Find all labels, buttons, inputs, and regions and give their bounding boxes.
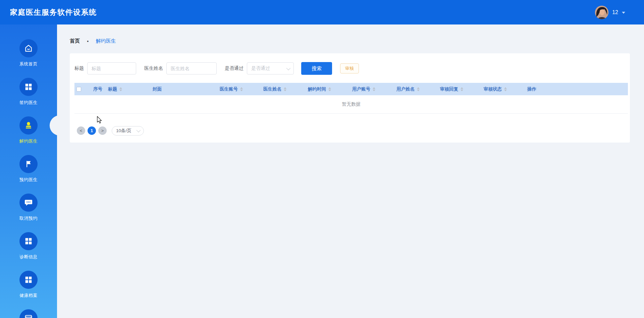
sidebar-item-terminated-doctors[interactable]: 解约医生 [0,115,57,154]
grid-icon [19,78,38,96]
column-header-actions: 操作 [524,83,628,95]
breadcrumb-home[interactable]: 首页 [70,38,80,44]
column-label: 标题 [108,87,117,92]
sort-icon[interactable] [373,87,375,91]
home-icon [19,39,38,57]
active-item-notch [50,115,57,136]
doctor-name-filter-input[interactable] [166,62,217,74]
chevron-down-icon [136,128,141,132]
sort-icon[interactable] [119,87,122,91]
breadcrumb: 首页 ● 解约医生 [70,38,630,44]
sidebar-item-label: 取消预约 [19,215,38,221]
breadcrumb-separator-icon: ● [87,40,89,43]
user-id-label: 12 [612,9,618,15]
column-header-index: 序号 [90,83,105,95]
is-passed-filter-label: 是否通过 [225,65,244,71]
column-label: 操作 [527,87,536,92]
chevron-down-icon [286,66,291,70]
column-label: 序号 [93,87,102,92]
chat-icon [19,194,38,212]
sidebar-item-health-records[interactable]: 健康档案 [0,270,57,308]
column-header-doctor-name[interactable]: 医生姓名 [260,83,305,95]
column-label: 医生姓名 [263,87,281,92]
page-size-value: 10条/页 [116,128,131,134]
sidebar-item-cancel-appointment[interactable]: 取消预约 [0,193,57,231]
column-label: 解约时间 [308,87,326,92]
sidebar-item-label: 诊断信息 [19,254,38,260]
column-header-user-account[interactable]: 用户账号 [349,83,393,95]
sidebar-item-label: 签约医生 [19,100,38,106]
column-label: 用户姓名 [396,87,415,92]
sidebar-item-signed-doctors[interactable]: 签约医生 [0,77,57,115]
sort-icon[interactable] [417,87,420,91]
grid-icon [19,271,38,289]
sort-icon[interactable] [461,87,463,91]
grid-icon [19,232,38,250]
breadcrumb-current[interactable]: 解约医生 [96,38,116,44]
sidebar-item-diagnosis-info[interactable]: 诊断信息 [0,231,57,270]
page-size-select[interactable]: 10条/页 [112,126,144,136]
table-empty-row: 暂无数据 [74,95,628,113]
records-table: 序号标题封面医生账号医生姓名解约时间用户账号用户姓名审核回复审核状态操作 暂无数… [74,83,628,114]
sidebar-item-more[interactable] [0,308,57,318]
stamp-icon [19,116,38,135]
select-all-checkbox[interactable] [76,87,81,92]
top-bar: 家庭医生服务软件设系统 12 [0,0,644,24]
column-header-cover: 封面 [149,83,216,95]
search-button[interactable]: 搜索 [301,62,332,75]
pagination-prev-button[interactable]: < [77,126,85,135]
flag-icon [19,155,38,173]
column-header-checkbox [74,83,90,95]
column-label: 审核回复 [440,87,458,92]
sidebar-item-label: 预约医生 [19,177,38,183]
column-label: 审核状态 [484,87,502,92]
doctor-name-filter-label: 医生姓名 [144,65,163,71]
sidebar-item-system-home[interactable]: 系统首页 [0,38,57,77]
pagination-page-1[interactable]: 1 [88,126,96,135]
empty-state-text: 暂无数据 [74,95,628,113]
column-label: 封面 [153,87,162,92]
column-label: 用户账号 [352,87,370,92]
user-menu[interactable]: 12 [595,6,625,19]
sidebar-item-label: 解约医生 [19,138,38,144]
pagination: <1>10条/页 [77,126,627,136]
window-icon [19,309,38,318]
sort-icon[interactable] [328,87,331,91]
sidebar-item-label: 健康档案 [19,293,38,299]
sort-icon[interactable] [504,87,507,91]
column-header-audit-status[interactable]: 审核状态 [480,83,524,95]
sort-icon[interactable] [284,87,286,91]
content-card: 标题 医生姓名 是否通过 是否通过 搜索 审核 序号标题封面医生账号医生姓名解约… [70,53,630,143]
is-passed-select-placeholder: 是否通过 [251,65,270,71]
column-label: 医生账号 [220,87,238,92]
column-header-audit-reply[interactable]: 审核回复 [437,83,480,95]
sort-icon[interactable] [240,87,243,91]
sidebar-item-appointment-doctors[interactable]: 预约医生 [0,154,57,193]
user-avatar[interactable] [595,6,608,19]
sidebar-item-label: 系统首页 [19,61,38,67]
column-header-termination-time[interactable]: 解约时间 [305,83,349,95]
is-passed-select[interactable]: 是否通过 [247,62,294,74]
column-header-title[interactable]: 标题 [105,83,149,95]
title-filter-input[interactable] [87,62,136,74]
table-header-row: 序号标题封面医生账号医生姓名解约时间用户账号用户姓名审核回复审核状态操作 [74,83,628,95]
column-header-doctor-account[interactable]: 医生账号 [216,83,260,95]
column-header-user-name[interactable]: 用户姓名 [393,83,437,95]
app-title: 家庭医生服务软件设系统 [10,7,97,17]
pagination-next-button[interactable]: > [98,126,107,135]
sidebar-nav: 系统首页签约医生解约医生预约医生取消预约诊断信息健康档案 [0,24,57,318]
main-content: 首页 ● 解约医生 标题 医生姓名 是否通过 是否通过 搜索 审核 序号标题封面… [57,24,644,318]
audit-button[interactable]: 审核 [340,63,359,73]
filter-bar: 标题 医生姓名 是否通过 是否通过 搜索 审核 [74,62,627,75]
title-filter-label: 标题 [74,65,84,71]
caret-down-icon[interactable] [622,12,625,14]
